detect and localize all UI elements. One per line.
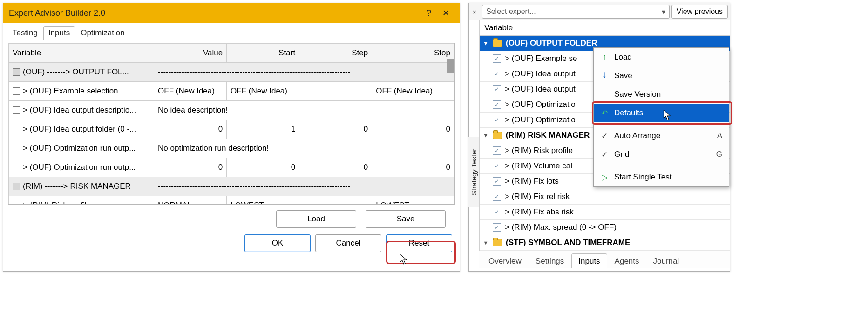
tree-checkbox[interactable]: ✓: [493, 100, 501, 109]
btab-agents[interactable]: Agents: [608, 254, 646, 268]
tree-item[interactable]: ✓> (RIM) Fix abs risk: [480, 205, 730, 220]
grid-row[interactable]: > (OUF) Idea output descriptio...No idea…: [9, 101, 454, 120]
reset-button[interactable]: Reset: [386, 234, 452, 252]
btab-inputs[interactable]: Inputs: [571, 253, 607, 268]
tree-checkbox[interactable]: ✓: [493, 223, 501, 232]
row-checkbox[interactable]: [13, 145, 20, 152]
dialog-titlebar[interactable]: Expert Advisor Builder 2.0 ? ✕: [3, 3, 460, 23]
folder-icon: [493, 132, 502, 139]
tree-checkbox[interactable]: ✓: [493, 208, 501, 216]
tree-item[interactable]: ✓> (RIM) Max. spread (0 -> OFF): [480, 220, 730, 235]
col-stop[interactable]: Stop: [372, 44, 454, 63]
row-value[interactable]: 0: [154, 158, 227, 177]
tab-testing[interactable]: Testing: [8, 27, 42, 40]
grid-scrollbar[interactable]: [447, 59, 454, 73]
expand-icon[interactable]: ▾: [482, 40, 489, 47]
row-stop[interactable]: 0: [372, 120, 454, 139]
tree-checkbox[interactable]: ✓: [493, 116, 501, 124]
expert-select-placeholder: Select expert...: [486, 7, 536, 16]
row-value[interactable]: No idea description!: [154, 101, 454, 120]
expand-icon[interactable]: ▾: [482, 132, 489, 139]
tree-checkbox[interactable]: ✓: [493, 162, 501, 170]
view-previous-label: View previous: [677, 7, 723, 16]
tree-checkbox[interactable]: ✓: [493, 177, 501, 186]
tab-inputs[interactable]: Inputs: [43, 26, 75, 40]
menu-save-label: Save: [614, 71, 722, 80]
strategy-tester-side-label[interactable]: Strategy Tester: [468, 137, 479, 207]
row-step[interactable]: [299, 82, 372, 101]
menu-defaults[interactable]: ↶ Defaults: [594, 104, 729, 122]
inputs-dialog: Expert Advisor Builder 2.0 ? ✕ Testing I…: [3, 3, 460, 272]
tree-checkbox[interactable]: ✓: [493, 193, 501, 201]
expert-select[interactable]: Select expert... ▾: [482, 5, 670, 19]
col-value[interactable]: Value: [154, 44, 227, 63]
expand-icon[interactable]: ▾: [482, 239, 489, 246]
row-step[interactable]: [299, 196, 372, 205]
close-icon[interactable]: ✕: [437, 8, 454, 18]
menu-start-single-test[interactable]: ▷ Start Single Test: [594, 168, 729, 186]
panel-close-icon[interactable]: ×: [469, 8, 480, 16]
menu-save[interactable]: ⭳ Save: [594, 66, 729, 85]
folder-icon: [493, 40, 502, 47]
tree-item-label: > (RIM) Volume cal: [505, 161, 572, 171]
tree-item[interactable]: ✓> (RIM) Fix rel risk: [480, 189, 730, 205]
btab-settings[interactable]: Settings: [529, 254, 570, 268]
row-checkbox[interactable]: [13, 183, 20, 190]
save-button[interactable]: Save: [366, 210, 446, 228]
reset-button-label: Reset: [409, 239, 429, 248]
row-start[interactable]: 1: [227, 120, 299, 139]
grid-row[interactable]: (RIM) -------> RISK MANAGER-------------…: [9, 177, 454, 196]
menu-load[interactable]: ↑ Load: [594, 48, 729, 66]
cancel-button[interactable]: Cancel: [315, 234, 381, 252]
menu-separator: [594, 124, 729, 125]
load-button[interactable]: Load: [276, 210, 356, 228]
row-step[interactable]: 0: [299, 120, 372, 139]
row-checkbox[interactable]: [13, 87, 20, 95]
row-checkbox[interactable]: [13, 68, 20, 76]
grid-row[interactable]: > (OUF) Idea output folder (0 -...0100: [9, 120, 454, 139]
col-variable[interactable]: Variable: [9, 44, 154, 63]
row-var-label: (RIM) -------> RISK MANAGER: [23, 182, 131, 191]
grid-row[interactable]: > (RIM) Risk profileNORMALLOWESTLOWEST: [9, 196, 454, 205]
grid-row[interactable]: > (OUF) Optimization run outp...0000: [9, 158, 454, 177]
row-start[interactable]: LOWEST: [227, 196, 299, 205]
row-stop[interactable]: OFF (New Idea): [372, 82, 454, 101]
row-value[interactable]: OFF (New Idea): [154, 82, 227, 101]
help-icon[interactable]: ?: [420, 8, 437, 18]
row-start[interactable]: 0: [227, 158, 299, 177]
tab-optimization[interactable]: Optimization: [76, 27, 129, 40]
col-start[interactable]: Start: [227, 44, 299, 63]
menu-save-version[interactable]: Save Version: [594, 85, 729, 104]
grid-row[interactable]: > (OUF) Optimization run outp...No optim…: [9, 139, 454, 158]
row-value[interactable]: NORMAL: [154, 196, 227, 205]
row-checkbox[interactable]: [13, 106, 20, 114]
col-step[interactable]: Step: [299, 44, 372, 63]
btab-journal[interactable]: Journal: [647, 254, 686, 268]
inputs-grid[interactable]: Variable Value Start Step Stop (OUF) ---…: [8, 43, 455, 205]
tree-section[interactable]: ▾(STF) SYMBOL AND TIMEFRAME: [480, 235, 730, 251]
menu-grid[interactable]: ✓ Grid G: [594, 145, 729, 164]
row-stop[interactable]: LOWEST: [372, 196, 454, 205]
menu-auto-arrange[interactable]: ✓ Auto Arrange A: [594, 126, 729, 145]
row-section-dash: ----------------------------------------…: [154, 63, 454, 82]
tree-checkbox[interactable]: ✓: [493, 70, 501, 78]
row-start[interactable]: OFF (New Idea): [227, 82, 299, 101]
arrow-down-icon: ⭳: [600, 71, 609, 80]
row-checkbox[interactable]: [13, 202, 20, 205]
tree-checkbox[interactable]: ✓: [493, 146, 501, 155]
btab-overview[interactable]: Overview: [482, 254, 528, 268]
arrow-up-icon: ↑: [600, 53, 609, 62]
tree-checkbox[interactable]: ✓: [493, 54, 501, 63]
ok-button[interactable]: OK: [244, 234, 311, 252]
row-checkbox[interactable]: [13, 164, 20, 171]
grid-row[interactable]: > (OUF) Example selectionOFF (New Idea)O…: [9, 82, 454, 101]
grid-row[interactable]: (OUF) -------> OUTPUT FOL...------------…: [9, 63, 454, 82]
row-value[interactable]: 0: [154, 120, 227, 139]
row-stop[interactable]: 0: [372, 158, 454, 177]
view-previous-button[interactable]: View previous: [671, 5, 728, 19]
row-step[interactable]: 0: [299, 158, 372, 177]
tree-checkbox[interactable]: ✓: [493, 85, 501, 93]
row-value[interactable]: No optimization run description!: [154, 139, 454, 158]
tester-variable-header: Variable: [480, 20, 730, 36]
row-checkbox[interactable]: [13, 126, 20, 133]
